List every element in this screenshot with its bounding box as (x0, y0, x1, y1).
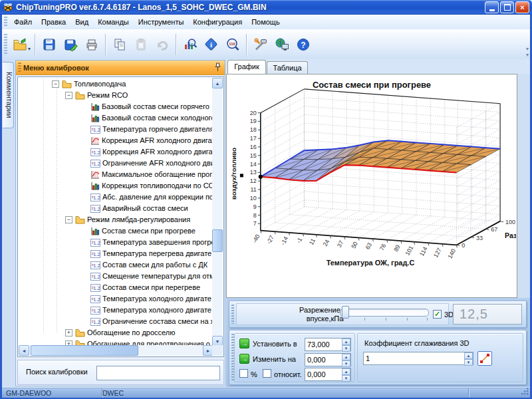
tree-item[interactable]: 1.2Температура завершения прогре (19, 237, 213, 248)
menu-2[interactable]: Правка (37, 16, 70, 28)
smoothing-down-button[interactable]: ▼ (464, 359, 473, 366)
tree-item-label: Смещение температуры для отм (102, 271, 213, 282)
tree-item[interactable]: Базовый состав смеси холодного (19, 112, 213, 124)
tree-item[interactable]: 1.2Коррекция AFR холодного двигат (19, 146, 213, 158)
collapse-toggle[interactable]: − (52, 80, 59, 88)
svg-text:37: 37 (336, 239, 345, 248)
hscroll-thumb[interactable] (31, 345, 138, 356)
print-button[interactable] (81, 33, 102, 57)
tree-item[interactable]: 1.2Аварийный состав смеси (19, 203, 213, 214)
tree-item[interactable]: Состав смеси при прогреве (19, 225, 213, 237)
percent-spinner[interactable]: ▲▼ (305, 368, 351, 381)
close-button[interactable]: × (515, 1, 529, 13)
set-to-input[interactable] (305, 338, 342, 350)
percent-up-button[interactable]: ▲ (342, 368, 350, 375)
copy-button[interactable] (109, 33, 130, 57)
menu-3[interactable]: Вид (70, 16, 93, 28)
change-by-down-button[interactable]: ▼ (342, 360, 350, 367)
menubar-grip[interactable] (4, 17, 7, 27)
internet-button[interactable] (271, 33, 293, 57)
minimize-button[interactable] (485, 1, 499, 13)
vertical-scrollbar[interactable]: ▲ ▼ (212, 78, 223, 346)
toolbar-overflow-button[interactable]: ▾▾ (526, 46, 529, 59)
toolbar-grip[interactable] (4, 34, 7, 55)
find-calibration-button[interactable] (180, 33, 201, 57)
smoothing-up-button[interactable]: ▲ (464, 352, 473, 359)
tools-button[interactable] (250, 33, 271, 57)
tree-item[interactable]: −Режим лямбда-регулирования (19, 214, 213, 225)
expand-toggle[interactable]: + (65, 329, 72, 336)
panel-grip[interactable] (231, 305, 234, 324)
maximize-button[interactable] (500, 1, 514, 13)
vacuum-slider[interactable] (340, 309, 429, 317)
mixture-3d-surface-chart[interactable]: 7891011121314151617181920-40-27-14-11124… (227, 74, 516, 297)
tree-item[interactable]: −Топливоподача (19, 78, 213, 90)
tree-item[interactable]: 1.2Температура холодного двигате (19, 293, 213, 305)
3d-checkbox[interactable]: ✓ (433, 310, 442, 319)
tree-item[interactable]: −Режим RCO (19, 90, 213, 101)
pin-icon[interactable] (215, 63, 221, 73)
tree-item[interactable]: 1.2Ограничение AFR холодного дви (19, 158, 213, 169)
change-by-spinner[interactable]: ▲▼ (305, 353, 351, 366)
window-titlebar[interactable]: ChipTuningPRO ver.6.7.4.6187 - Lanos_1,5… (0, 0, 532, 15)
menu-1[interactable]: Файл (9, 16, 37, 28)
tree-item[interactable]: Базовый состав смеси горячего (19, 101, 213, 112)
tree-item-label: Аварийный состав смеси (102, 203, 188, 214)
horizontal-scrollbar[interactable]: ◄ ► (19, 345, 213, 356)
smoothing-input[interactable] (364, 352, 464, 364)
tab-graph[interactable]: График (227, 60, 266, 74)
menu-5[interactable]: Инструменты (134, 16, 189, 28)
calibration-search-input[interactable] (96, 366, 220, 380)
apply-change-button[interactable]: → (239, 354, 249, 364)
percent-checkbox[interactable]: ✓ (239, 369, 248, 378)
change-by-input[interactable] (305, 354, 342, 366)
svg-text:9: 9 (253, 203, 257, 210)
tree-item[interactable]: Максимальное обогащение прог (19, 169, 213, 180)
undo-button[interactable] (152, 33, 173, 57)
percent-down-button[interactable]: ▼ (342, 375, 350, 382)
help-button[interactable]: ? (293, 33, 314, 57)
tree-item[interactable]: 1.2Состав смеси при перегреве (19, 282, 213, 293)
change-by-up-button[interactable]: ▲ (342, 354, 350, 360)
smoothing-spinner[interactable]: ▲▼ (363, 352, 473, 365)
svg-text:Разрежение: Разрежение (505, 232, 516, 239)
information-button[interactable]: i (201, 33, 222, 57)
tree-item[interactable]: Коррекция топливоподачи по СО (19, 180, 213, 192)
tree-item[interactable]: 1.2Температура перегрева двигате (19, 248, 213, 259)
resize-grip[interactable] (521, 388, 529, 397)
set-to-label: Установить в (253, 340, 297, 348)
scroll-left-button[interactable]: ◄ (19, 345, 29, 356)
relative-checkbox[interactable]: ✓ (263, 369, 271, 378)
menu-6[interactable]: Конфигурация (188, 16, 247, 28)
tree-item[interactable]: +Обогащение по дросселю (19, 327, 213, 338)
set-to-spinner[interactable]: ▲▼ (305, 338, 351, 351)
tree-item[interactable]: 1.2Абс. давление для коррекции по (19, 192, 213, 203)
paste-button[interactable] (130, 33, 152, 57)
tree-item[interactable]: 1.2Температура холодного двигате (19, 305, 213, 316)
comments-side-tab[interactable]: Комментарии (3, 62, 14, 128)
apply-set-button[interactable]: → (239, 338, 249, 348)
scroll-up-button[interactable]: ▲ (212, 78, 223, 88)
tree-item[interactable]: 1.2Смещение температуры для отм (19, 271, 213, 282)
percent-input[interactable] (305, 368, 342, 380)
save-as-button[interactable] (60, 33, 81, 57)
menu-4[interactable]: Команды (93, 16, 134, 28)
set-to-up-button[interactable]: ▲ (342, 338, 350, 345)
tree-item[interactable]: 1.2Температура горячего двигателя (19, 124, 213, 135)
tree-item[interactable]: Коррекция AFR холодного двигат (19, 135, 213, 146)
tree-item[interactable]: 1.2Состав смеси для работы с ДК (19, 259, 213, 271)
open-file-button[interactable] (9, 33, 31, 57)
set-to-down-button[interactable]: ▼ (342, 345, 350, 352)
collapse-toggle[interactable]: − (65, 216, 72, 223)
vscroll-thumb[interactable] (212, 229, 223, 252)
collapse-toggle[interactable]: − (65, 92, 72, 99)
save-button[interactable] (39, 33, 60, 57)
open-file-dropdown-arrow[interactable]: ▾ (28, 46, 31, 52)
vacuum-slider-thumb[interactable] (342, 306, 349, 319)
svg-text:1.2: 1.2 (93, 195, 100, 201)
menu-7[interactable]: Помощь (247, 16, 285, 28)
tree-item[interactable]: 1.2Ограничение состава смеси на х (19, 316, 213, 327)
preview-button[interactable]: 110 (222, 33, 243, 57)
smoothing-curve-button[interactable] (477, 351, 492, 366)
tab-table[interactable]: Таблица (267, 61, 308, 74)
